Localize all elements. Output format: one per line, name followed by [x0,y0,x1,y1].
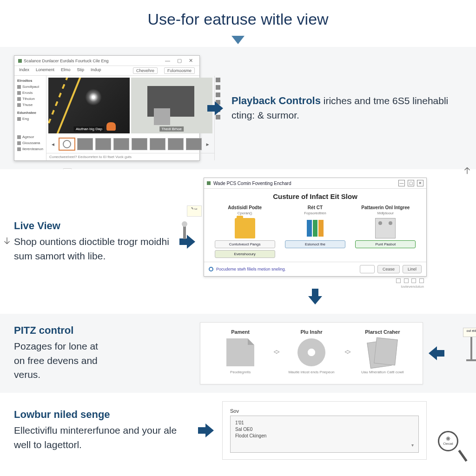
camera-view-2[interactable]: Thedl Brhoe [131,78,212,133]
section-playback: Scalance Dunlacer Eurdals Fourtuck Cile … [0,47,476,169]
sidebar-item[interactable]: Sondtpaol [16,84,44,90]
dropdown-field[interactable]: 1'01 Sal OE0 Flodot Ckingen ▾ [230,416,419,453]
folder-icon [17,97,21,101]
prev-icon[interactable]: ◄ [49,142,57,147]
feature-title: Playback Controls [231,95,321,106]
thumbnail[interactable] [77,138,93,150]
sidebar-item[interactable]: Eng [16,116,44,122]
under-caption: Iovlevendoton [401,284,424,289]
arrow-down-icon [2,236,12,248]
arrow-left-icon [428,346,444,360]
folder-icon [235,218,255,238]
toolbar-chip[interactable]: Chevehre [133,67,158,74]
maximize-icon[interactable]: ▢ [408,180,414,186]
menu-item[interactable]: Indup [91,67,101,74]
option-button[interactable]: Contotveoct Pangs [215,240,275,248]
section-pitz-control: PITZ control Pozages for lone at on free… [0,314,476,393]
asset-column[interactable]: Plarsct Craher Uau Mheratton Cattl cowil [352,329,413,375]
chart-icon [305,218,325,238]
right-toolbar [214,76,221,160]
wizard-option[interactable]: Adstisidl Podte Cporan() Contotveoct Pan… [215,205,275,258]
feature-title: Live View [14,220,172,232]
sidebar-item[interactable]: Agesor [16,134,44,140]
camera-view-1[interactable]: Aiuthan big Dap [48,78,130,133]
footer-button[interactable]: Cease [377,265,400,273]
folder-icon [17,91,21,95]
sidebar-item[interactable]: Ilererdeanon [16,146,44,152]
thumbnail[interactable] [186,138,202,150]
asset-caption: Mautle intost ends Pnepeon [281,370,342,375]
tool-icon[interactable] [216,115,220,119]
signpost-icon: out eid [463,328,476,361]
asset-column[interactable]: Pament Peodiegnrils [210,329,271,375]
feature-body: Pozages for lone at on free devens and v… [14,339,107,382]
tool-icon[interactable] [396,278,401,283]
menubar[interactable]: Index Lonement Elmo Stip Indup Chevehre … [14,66,199,76]
sidebar-item[interactable]: Erosis [16,90,44,96]
menu-item[interactable]: Elmo [61,67,71,74]
thumbnail[interactable] [150,138,165,150]
video-app-window: Scalance Dunlacer Eurdals Fourtuck Cile … [14,55,200,161]
tool-icon[interactable] [419,278,424,283]
close-icon[interactable]: ✕ [417,180,423,186]
tool-icon[interactable] [216,93,220,97]
toolbar-chip[interactable]: Folomoosme [164,67,195,74]
thumbnail-strip: ◄ ► [46,135,214,153]
device-icon [375,218,396,238]
info-icon [209,267,213,271]
option-subtitle: Cporan() [215,211,275,215]
chevron-down-icon[interactable]: ▾ [235,442,414,449]
connection-panel: Sov 1'01 Sal OE0 Flodot Ckingen ▾ [222,401,427,460]
feature-title: PITZ control [14,324,107,337]
magnifier-icon: ❋Oecat [438,431,463,463]
option-subtitle: Mdljdoour [355,211,416,215]
next-icon[interactable]: ► [204,142,212,147]
wizard-option[interactable]: Pattaverin Onl Intgree Mdljdoour Punt Pa… [355,205,416,258]
sidebar: Elrodtos Sondtpaol Erosis Ttholon Thuse … [14,76,46,160]
thumbnail[interactable] [168,138,184,150]
tool-icon[interactable] [411,278,416,283]
option-button[interactable]: Punt Pasbot [355,240,416,248]
tool-icon[interactable] [404,278,409,283]
folder-icon [17,117,21,121]
asset-column[interactable]: Plu Inshr Mautle intost ends Pnepeon [281,329,342,375]
menu-item[interactable]: Stip [77,67,85,74]
chevron-icon: <> [344,348,349,356]
asset-panel: Pament Peodiegnrils <> Plu Inshr Mautle … [200,322,423,384]
magnifier-label: Oecat [443,442,453,446]
arrow-right-icon [198,423,215,437]
chevron-icon: <> [273,348,278,356]
sticky-note-icon: ✎ ▭ [187,205,202,217]
arrow-down-icon [308,289,322,305]
thumbnail[interactable] [113,138,129,150]
view-caption: Aiuthan big Dap [74,126,104,132]
gear-icon [17,147,21,151]
option-button[interactable]: Evenshocury [215,250,275,258]
minimize-icon[interactable]: — [398,180,405,186]
wizard-option[interactable]: Rét CT Fopsoredtren Eslonoct the [285,205,345,258]
section-lowbur: Lowbur niled senge Ellectiviflu minterer… [0,393,476,468]
window-controls[interactable]: — ▢ ✕ [165,58,196,64]
asset-caption: Uau Mheratton Cattl cowil [352,370,413,375]
blank-button[interactable] [360,265,375,273]
thumbnail[interactable] [59,138,75,150]
tool-icon[interactable] [216,78,220,82]
feature-title: Lowbur niled senge [14,409,191,421]
sidebar-item[interactable]: Ttholon [16,96,44,102]
option-title: Adstisidl Podte [215,205,275,210]
feature-body: Ellectiviflu mintererfunoe and your ale … [14,423,191,452]
option-button[interactable]: Eslonoct the [285,240,345,248]
thumbnail[interactable] [95,138,111,150]
footer-button[interactable]: Linel [403,265,422,273]
menu-item[interactable]: Index [19,67,29,74]
thumbnail[interactable] [132,138,147,150]
arrow-right-icon [179,235,196,249]
window-controls[interactable]: — ▢ ✕ [398,180,423,186]
sidebar-item[interactable]: Gioussana [16,140,44,146]
menu-item[interactable]: Lonement [36,67,54,74]
pin-icon [183,224,186,239]
section-live-view: Live View Shop ountions dioctible trogr … [0,169,476,314]
sidebar-item[interactable]: Thuse [16,102,44,108]
tool-icon[interactable] [216,85,220,90]
window-title: Scalance Dunlacer Eurdals Fourtuck Cile … [24,59,109,63]
